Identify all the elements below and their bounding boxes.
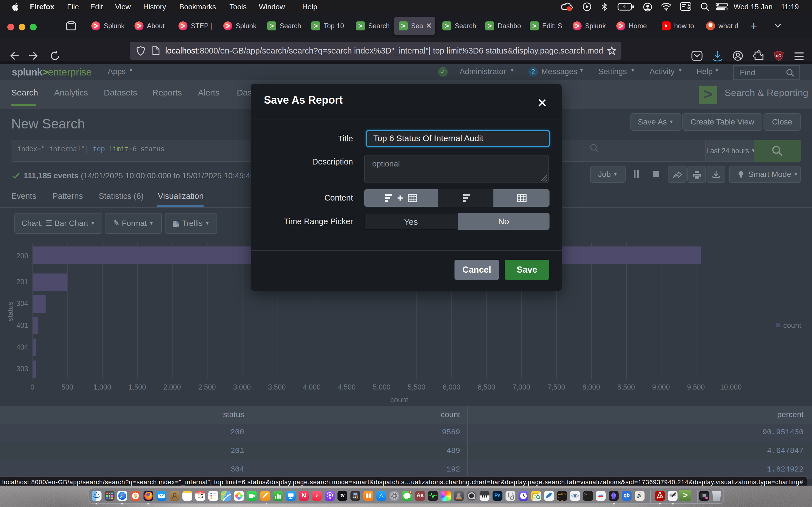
svg-text:uO: uO <box>776 54 781 58</box>
